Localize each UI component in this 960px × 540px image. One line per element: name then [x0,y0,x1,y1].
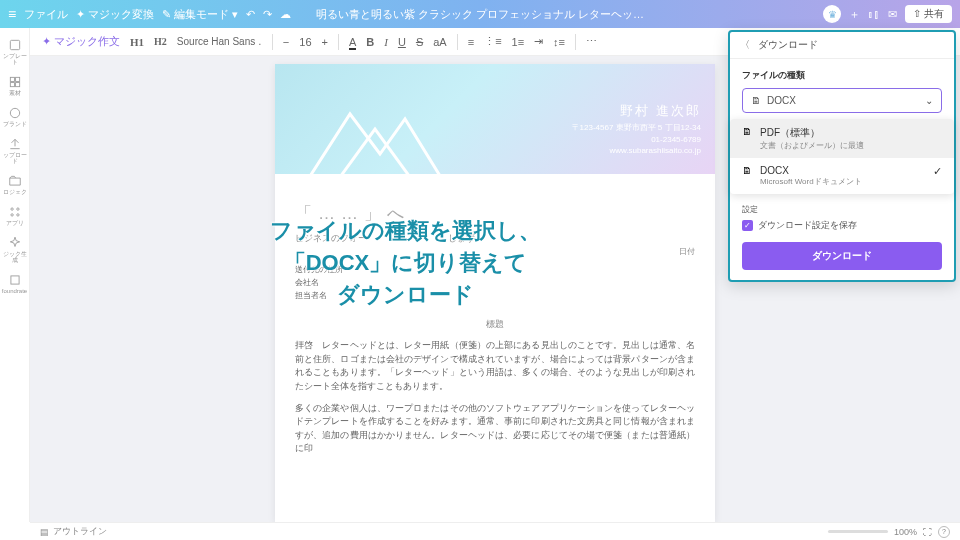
top-bar: ≡ ファイル ✦ マジック変換 ✎ 編集モード ▾ ↶ ↷ ☁ 明るい青と明るい… [0,0,960,28]
outline-toggle[interactable]: ▤ アウトライン [40,525,107,538]
mountain-graphic [305,94,485,174]
strike-button[interactable]: S [416,36,423,48]
font-family-select[interactable]: Source Han Sans … [177,36,262,47]
checkbox-checked-icon: ✓ [742,220,753,231]
download-button[interactable]: ダウンロード [742,242,942,270]
selected-type: DOCX [767,95,796,106]
bullet-list-button[interactable]: ⋮≡ [484,35,501,48]
spacing-button[interactable]: ↕≡ [553,36,565,48]
share-button[interactable]: ⇧ 共有 [905,5,952,23]
filetype-dropdown: 🗎 PDF（標準） 文書（およびメール）に最適 🗎 DOCX Microsoft… [730,119,954,194]
analytics-icon[interactable]: ⫾⫿ [868,8,880,20]
tutorial-annotation: ファイルの種類を選択し、 「DOCX」に切り替えて ダウンロード [270,215,541,311]
undo-icon[interactable]: ↶ [246,8,255,21]
file-menu[interactable]: ファイル [24,7,68,22]
zoom-slider[interactable] [828,530,888,533]
back-icon[interactable]: 〈 [740,38,750,52]
sidebar-foundrate[interactable]: foundrate [1,269,29,298]
underline-button[interactable]: U [398,36,406,48]
redo-icon[interactable]: ↷ [263,8,272,21]
outline-icon: ▤ [40,527,49,537]
file-icon: 🗎 [742,126,752,137]
sidebar-brand[interactable]: ブランド [1,102,29,131]
filetype-label: ファイルの種類 [742,69,942,82]
letterhead-banner: 野村 進次郎 〒123-4567 東野市西平 5 丁目12-34 01-2345… [275,64,715,174]
edit-mode[interactable]: ✎ 編集モード ▾ [162,7,238,22]
letterhead-name: 野村 進次郎 [572,102,701,120]
sidebar-project[interactable]: ロジェク [1,170,29,199]
magic-write-button[interactable]: ✦ マジック作文 [42,34,120,49]
text-color-button[interactable]: A [349,36,356,48]
indent-button[interactable]: ⇥ [534,35,543,48]
download-panel: 〈 ダウンロード ファイルの種類 🗎 DOCX ⌄ 🗎 PDF（標準） 文書（お… [728,30,956,282]
comment-icon[interactable]: ✉ [888,8,897,21]
file-icon: 🗎 [742,165,752,176]
separator [338,34,339,50]
italic-button[interactable]: I [384,36,388,48]
save-settings-checkbox[interactable]: ✓ ダウンロード設定を保存 [742,219,942,232]
bold-button[interactable]: B [366,36,374,48]
left-sidebar: ンプレート 素材 ブランド ップロード ロジェク アプリ ジック生成 found… [0,28,30,522]
check-icon: ✓ [933,165,942,178]
font-size-decrease[interactable]: − [283,36,289,48]
option-pdf[interactable]: 🗎 PDF（標準） 文書（およびメール）に最適 [730,119,954,158]
svg-point-8 [10,214,12,216]
cloud-save-icon: ☁ [280,8,291,21]
separator [272,34,273,50]
svg-point-5 [10,108,19,117]
letterhead-web: www.subarashiisaito.co.jp [572,146,701,155]
font-size-increase[interactable]: + [322,36,328,48]
status-bar: ▤ アウトライン 100% ⛶ ? [30,522,960,540]
settings-label: 設定 [742,204,942,215]
sidebar-apps[interactable]: アプリ [1,201,29,230]
sidebar-elements[interactable]: 素材 [1,71,29,100]
number-list-button[interactable]: 1≡ [512,36,525,48]
separator [575,34,576,50]
svg-rect-2 [15,77,19,81]
menu-icon[interactable]: ≡ [8,6,16,22]
zoom-value[interactable]: 100% [894,527,917,537]
svg-rect-4 [15,83,19,87]
add-icon[interactable]: ＋ [849,7,860,22]
letterhead-address: 〒123-4567 東野市西平 5 丁目12-34 [572,122,701,133]
more-button[interactable]: ⋯ [586,35,597,48]
svg-point-6 [10,208,12,210]
font-size-value[interactable]: 16 [299,36,311,48]
svg-rect-1 [10,77,14,81]
svg-point-9 [16,214,18,216]
letterhead-phone: 01-2345-6789 [572,135,701,144]
chevron-down-icon: ⌄ [925,95,933,106]
heading1-button[interactable]: H1 [130,36,144,48]
sidebar-magic[interactable]: ジック生成 [1,232,29,267]
filetype-select[interactable]: 🗎 DOCX ⌄ [742,88,942,113]
align-button[interactable]: ≡ [468,36,474,48]
separator [457,34,458,50]
svg-rect-3 [10,83,14,87]
fullscreen-icon[interactable]: ⛶ [923,527,932,537]
body-paragraph-1[interactable]: 拝啓 レターヘッドとは、レター用紙（便箋）の上部にある見出しのことです。見出しは… [295,339,695,393]
case-button[interactable]: aA [433,36,446,48]
sidebar-upload[interactable]: ップロード [1,133,29,168]
svg-point-7 [16,208,18,210]
help-icon[interactable]: ? [938,526,950,538]
magic-convert[interactable]: ✦ マジック変換 [76,7,154,22]
heading2-button[interactable]: H2 [154,36,167,47]
file-icon: 🗎 [751,95,761,106]
document-title[interactable]: 明るい青と明るい紫 クラシック プロフェッショナル レターヘッ… [316,7,644,22]
panel-header: 〈 ダウンロード [730,32,954,59]
subject-heading[interactable]: 標題 [295,317,695,331]
panel-title: ダウンロード [758,38,818,52]
option-docx[interactable]: 🗎 DOCX Microsoft Wordドキュメント ✓ [730,158,954,194]
svg-rect-0 [10,40,19,49]
svg-rect-10 [10,276,18,284]
pro-icon[interactable]: ♛ [823,5,841,23]
body-paragraph-2[interactable]: 多くの企業や個人は、ワープロまたはその他のソフトウェアアプリケーションを使ってレ… [295,402,695,456]
sidebar-templates[interactable]: ンプレート [1,34,29,69]
